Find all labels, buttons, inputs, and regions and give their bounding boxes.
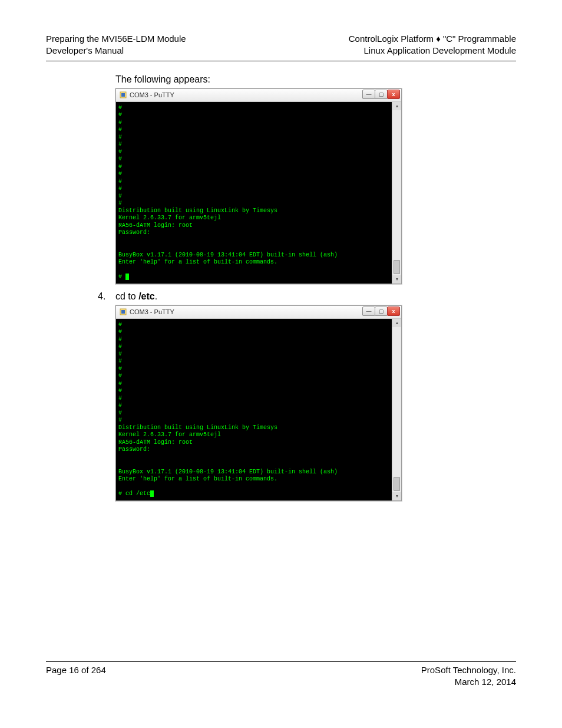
page-footer: Page 16 of 264 ProSoft Technology, Inc. … [46,664,516,689]
scroll-thumb[interactable] [394,260,400,274]
putty-titlebar[interactable]: COM3 - PuTTY — ▢ x [116,89,401,102]
putty-window-1: COM3 - PuTTY — ▢ x # # # # # # # # # # #… [115,88,402,284]
step-4: 4. cd to /etc. [98,291,516,302]
terminal-output-1[interactable]: # # # # # # # # # # # # # # Distribution… [116,102,392,284]
maximize-button[interactable]: ▢ [375,90,388,99]
scrollbar[interactable]: ▴ ▾ [392,319,401,500]
maximize-button[interactable]: ▢ [375,307,388,316]
close-button[interactable]: x [387,307,400,316]
footer-rule [46,661,516,662]
step-text: cd to /etc. [115,291,157,302]
svg-rect-1 [121,93,125,97]
putty-title-text: COM3 - PuTTY [130,91,174,98]
step-text-pre: cd to [115,291,138,301]
step-text-bold: /etc [138,291,155,301]
minimize-button[interactable]: — [362,307,375,316]
header-rule [46,61,516,61]
putty-window-2: COM3 - PuTTY — ▢ x # # # # # # # # # # #… [115,305,402,501]
terminal-output-2[interactable]: # # # # # # # # # # # # # # Distribution… [116,319,392,500]
page-header: Preparing the MVI56E-LDM Module Develope… [46,33,516,57]
putty-titlebar[interactable]: COM3 - PuTTY — ▢ x [116,306,401,319]
scroll-thumb[interactable] [394,477,400,491]
footer-page-number: Page 16 of 264 [46,664,106,689]
footer-date: March 12, 2014 [421,676,516,688]
header-left-line2: Developer's Manual [46,45,186,57]
scrollbar[interactable]: ▴ ▾ [392,102,401,284]
minimize-button[interactable]: — [362,90,375,99]
intro-text: The following appears: [115,74,516,85]
svg-rect-3 [121,310,125,314]
close-button[interactable]: x [387,90,400,99]
scroll-down-icon[interactable]: ▾ [392,275,401,284]
putty-icon [120,91,127,98]
header-right-line2: Linux Application Development Module [349,45,516,57]
footer-company: ProSoft Technology, Inc. [421,664,516,676]
scroll-up-icon[interactable]: ▴ [392,102,401,110]
putty-title-text: COM3 - PuTTY [130,308,174,315]
step-number: 4. [98,291,115,302]
step-text-post: . [155,291,157,301]
scroll-down-icon[interactable]: ▾ [392,492,401,500]
header-left-line1: Preparing the MVI56E-LDM Module [46,33,186,45]
putty-icon [120,308,127,315]
header-right-line1: ControlLogix Platform ♦ "C" Programmable [349,33,516,45]
scroll-up-icon[interactable]: ▴ [392,319,401,327]
